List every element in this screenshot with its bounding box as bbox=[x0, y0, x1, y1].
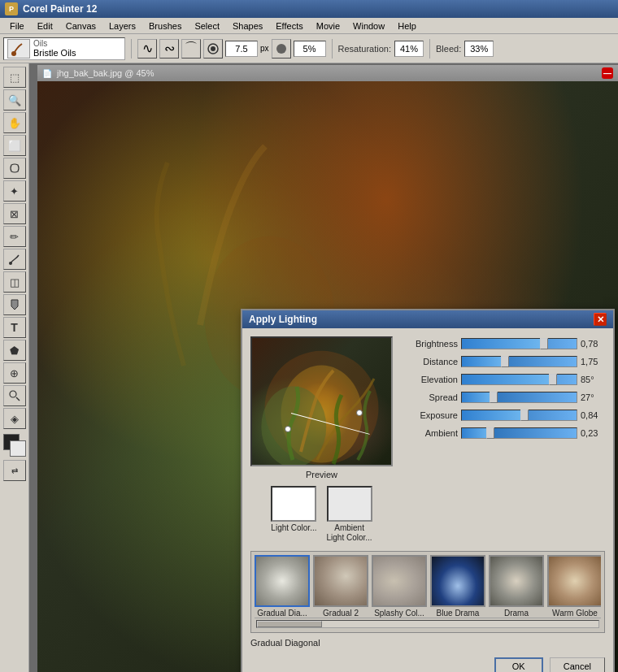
paint-bucket-tool[interactable] bbox=[3, 294, 26, 315]
dialog-buttons: OK Cancel bbox=[250, 652, 605, 672]
thumbnail-warm-globe[interactable]: Warm Globe bbox=[547, 555, 601, 618]
menu-select[interactable]: Select bbox=[188, 20, 226, 33]
thumbnail-gradual2[interactable]: Gradual 2 bbox=[313, 555, 368, 618]
brush-shape-btn-3[interactable]: ⌒ bbox=[181, 39, 201, 59]
ambient-color-swatch[interactable] bbox=[327, 486, 372, 522]
thumbnail-drama[interactable]: Drama bbox=[489, 555, 544, 618]
elevation-thumb[interactable] bbox=[549, 374, 557, 385]
brush-shape-btn-1[interactable]: ∿ bbox=[137, 39, 157, 59]
thumbnail-img-blue-drama[interactable] bbox=[430, 555, 485, 607]
rectangle-tool[interactable]: ⬜ bbox=[3, 135, 26, 156]
distance-label: Distance bbox=[401, 357, 458, 366]
thumbnail-img-drama[interactable] bbox=[489, 555, 544, 607]
separator-2 bbox=[332, 39, 333, 59]
spread-track[interactable] bbox=[461, 392, 577, 403]
thumbnail-scroll-track[interactable] bbox=[256, 620, 599, 628]
thumbnail-label-drama: Drama bbox=[504, 609, 529, 618]
thumbnail-splashy[interactable]: Splashy Col... bbox=[372, 555, 427, 618]
preview-light-dot[interactable] bbox=[356, 410, 363, 416]
thumbnail-label-warm-globe: Warm Globe bbox=[552, 609, 598, 618]
brush-shape-btn-2[interactable]: ∾ bbox=[159, 39, 179, 59]
menu-effects[interactable]: Effects bbox=[269, 20, 309, 33]
menu-file[interactable]: File bbox=[3, 20, 31, 33]
dialog-close-btn[interactable]: ✕ bbox=[594, 313, 607, 326]
exposure-thumb[interactable] bbox=[520, 410, 529, 421]
exposure-track[interactable] bbox=[461, 410, 577, 421]
document-window: 📄 jhg_bak_bak.jpg @ 45% — bbox=[37, 65, 618, 672]
thumbnail-gradual-dia[interactable]: Gradual Dia... bbox=[255, 555, 310, 618]
size-spinbox[interactable]: 7.5 bbox=[225, 41, 258, 57]
lasso-tool[interactable] bbox=[3, 158, 26, 179]
menu-edit[interactable]: Edit bbox=[31, 20, 59, 33]
exposure-label: Exposure bbox=[401, 410, 458, 420]
swap-colors-btn[interactable]: ⇄ bbox=[3, 460, 26, 481]
menu-help[interactable]: Help bbox=[391, 20, 423, 33]
preview-target-dot[interactable] bbox=[285, 426, 291, 432]
thumbnail-label-splashy: Splashy Col... bbox=[374, 609, 424, 618]
apply-lighting-dialog: Apply Lighting ✕ bbox=[241, 309, 615, 672]
clone-tool[interactable] bbox=[3, 385, 26, 406]
light-color-swatch[interactable] bbox=[271, 486, 316, 522]
thumbnail-img-warm-globe[interactable] bbox=[547, 555, 601, 607]
brightness-label: Brightness bbox=[401, 339, 458, 349]
preview-box bbox=[250, 336, 393, 466]
ambient-track[interactable] bbox=[461, 427, 577, 439]
elevation-track[interactable] bbox=[461, 374, 577, 385]
menu-movie[interactable]: Movie bbox=[310, 20, 346, 33]
text-tool[interactable]: T bbox=[3, 317, 26, 338]
toolbar: Oils Bristle Oils ∿ ∾ ⌒ 7.5 px 5% Resatu… bbox=[0, 34, 618, 63]
canvas-content[interactable]: Apply Lighting ✕ bbox=[37, 81, 618, 672]
ambient-thumb[interactable] bbox=[486, 427, 494, 439]
hand-tool[interactable]: ✋ bbox=[3, 112, 26, 133]
distance-fill bbox=[462, 357, 506, 366]
thumbnail-scrollbar[interactable] bbox=[255, 618, 601, 629]
distance-thumb[interactable] bbox=[501, 356, 509, 367]
spread-thumb[interactable] bbox=[490, 392, 498, 403]
menu-brushes[interactable]: Brushes bbox=[142, 20, 188, 33]
menu-shapes[interactable]: Shapes bbox=[226, 20, 269, 33]
transform-tool[interactable]: ⊕ bbox=[3, 362, 26, 384]
thumbnail-img-splashy[interactable] bbox=[372, 555, 427, 607]
magic-wand-tool[interactable]: ✦ bbox=[3, 180, 26, 202]
color-section bbox=[3, 434, 26, 457]
bleed-value[interactable]: 33% bbox=[464, 41, 494, 57]
brush-selector[interactable]: Oils Bristle Oils bbox=[3, 37, 125, 60]
menu-layers[interactable]: Layers bbox=[102, 20, 142, 33]
brightness-track[interactable] bbox=[461, 338, 577, 349]
menu-canvas[interactable]: Canvas bbox=[59, 20, 102, 33]
brush-shape-btn-4[interactable] bbox=[203, 39, 223, 59]
pen-tool[interactable]: ✏ bbox=[3, 226, 26, 247]
dialog-content: Preview Light Color... Ambi bbox=[242, 328, 613, 672]
color-boxes: Light Color... AmbientLight Color... bbox=[271, 486, 372, 543]
color-selector[interactable] bbox=[3, 434, 26, 457]
crop-tool[interactable]: ⊠ bbox=[3, 203, 26, 224]
distance-track[interactable] bbox=[461, 356, 577, 367]
eraser-tool[interactable]: ◫ bbox=[3, 271, 26, 293]
selection-tool[interactable]: ⬚ bbox=[3, 67, 26, 88]
rubber-stamp-tool[interactable]: ◈ bbox=[3, 408, 26, 429]
preview-section: Preview Light Color... Ambi bbox=[250, 336, 393, 543]
menu-window[interactable]: Window bbox=[346, 20, 391, 33]
thumbnail-blue-drama[interactable]: Blue Drama bbox=[430, 555, 485, 618]
svg-point-3 bbox=[276, 44, 286, 54]
ambient-color-label: AmbientLight Color... bbox=[327, 523, 372, 543]
ok-button[interactable]: OK bbox=[494, 657, 543, 672]
resaturation-value[interactable]: 41% bbox=[394, 41, 424, 57]
brush-tool[interactable] bbox=[3, 249, 26, 270]
background-color[interactable] bbox=[10, 440, 26, 457]
doc-close-btn[interactable]: — bbox=[602, 67, 613, 79]
thumbnail-img-gradual2[interactable] bbox=[313, 555, 368, 607]
opacity-spinbox[interactable]: 5% bbox=[294, 41, 326, 57]
brightness-thumb[interactable] bbox=[540, 338, 548, 349]
workspace: ⬚ 🔍 ✋ ⬜ ✦ ⊠ ✏ ◫ T ⬟ ⊕ ◈ ⇄ bbox=[0, 63, 618, 672]
thumbnail-scroll-thumb[interactable] bbox=[257, 621, 322, 627]
app-icon: P bbox=[5, 2, 18, 15]
thumb-texture-gradual2 bbox=[315, 557, 367, 605]
shape-tool[interactable]: ⬟ bbox=[3, 340, 26, 361]
dialog-titlebar: Apply Lighting ✕ bbox=[242, 310, 613, 328]
cancel-button[interactable]: Cancel bbox=[550, 657, 605, 672]
preview-painting bbox=[252, 338, 391, 465]
thumbnail-img-gradual-dia[interactable] bbox=[255, 555, 310, 607]
light-color-label[interactable]: Light Color... bbox=[271, 523, 316, 533]
zoom-tool[interactable]: 🔍 bbox=[3, 89, 26, 111]
